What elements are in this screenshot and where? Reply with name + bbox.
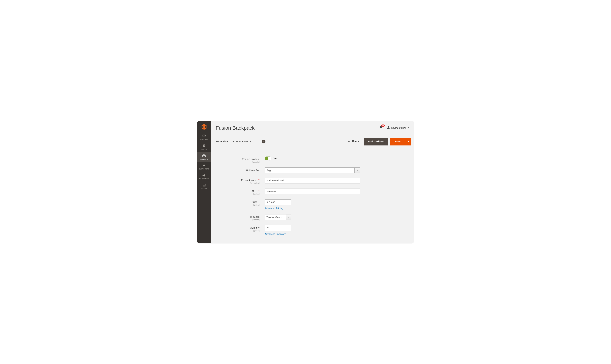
magento-logo[interactable] — [197, 122, 211, 132]
person-standing-icon — [202, 164, 206, 168]
nav-sales[interactable]: $ SALES — [197, 142, 211, 152]
row-sku: SKU* [global] — [218, 189, 407, 195]
chevron-down-icon — [407, 127, 409, 128]
main-area: Fusion Backpack 33 payment-user — [211, 121, 414, 243]
row-tax-class: Tax Class [website] Taxable Goods — [218, 214, 407, 221]
page-title: Fusion Backpack — [216, 125, 255, 131]
app-window: DASHBOARD $ SALES CATALOG CUSTOMERS MARK… — [197, 121, 414, 243]
tax-class-select[interactable]: Taxable Goods — [265, 214, 291, 220]
quantity-scope: [global] — [218, 230, 259, 232]
megaphone-icon — [202, 174, 206, 177]
nav-dashboard[interactable]: DASHBOARD — [197, 132, 211, 142]
tax-class-value: Taxable Goods — [266, 216, 282, 219]
save-button[interactable]: Save — [390, 138, 405, 145]
product-name-field-wrap — [265, 178, 360, 183]
nav-marketing-label: MARKETING — [199, 178, 209, 180]
price-input[interactable] — [269, 201, 289, 204]
account-name: payment-user — [391, 127, 406, 129]
attribute-set-dropdown-button[interactable] — [354, 168, 360, 173]
row-quantity: Quantity [global] Advanced Inventory — [218, 225, 407, 235]
currency-symbol: $ — [266, 201, 268, 204]
save-button-group: Save — [390, 138, 411, 145]
tax-class-label: Tax Class — [248, 215, 259, 218]
sku-input[interactable] — [266, 190, 358, 193]
nav-customers[interactable]: CUSTOMERS — [197, 162, 211, 171]
gauge-icon — [202, 134, 206, 138]
price-label: Price — [252, 200, 258, 203]
sidebar: DASHBOARD $ SALES CATALOG CUSTOMERS MARK… — [197, 121, 211, 243]
store-view-value: All Store Views — [232, 140, 248, 143]
notifications-button[interactable]: 33 — [379, 126, 382, 130]
nav-stores-label: STORES — [201, 188, 207, 190]
required-marker: * — [258, 179, 259, 182]
back-label: Back — [352, 140, 359, 143]
row-enable-product: Enable Product [website] Yes — [218, 156, 407, 163]
storefront-icon — [202, 183, 206, 187]
advanced-inventory-link[interactable]: Advanced Inventory — [265, 233, 286, 235]
store-view-select[interactable]: All Store Views — [232, 140, 251, 143]
person-icon — [387, 126, 390, 130]
required-marker: * — [258, 200, 259, 203]
row-price: Price* [global] $ Advanced Pricing — [218, 199, 407, 210]
toggle-knob — [268, 157, 271, 160]
nav-stores[interactable]: STORES — [197, 182, 211, 191]
attribute-set-label: Attribute Set — [245, 169, 259, 172]
quantity-field-wrap — [265, 225, 291, 231]
required-marker: * — [258, 190, 259, 193]
enable-product-toggle[interactable] — [265, 156, 272, 160]
header-right: 33 payment-user — [379, 126, 409, 130]
enable-product-scope: [website] — [218, 161, 259, 163]
nav-marketing[interactable]: MARKETING — [197, 171, 211, 182]
quantity-label: Quantity — [250, 226, 259, 229]
notification-badge: 33 — [381, 125, 385, 127]
arrow-left-icon: ← — [347, 140, 351, 143]
enable-product-label: Enable Product — [242, 157, 259, 160]
sku-field-wrap — [265, 189, 360, 194]
store-view-label: Store View: — [216, 140, 229, 143]
attribute-set-value: Bag — [266, 169, 271, 172]
back-button[interactable]: ← Back — [347, 140, 359, 143]
chevron-down-icon — [357, 170, 358, 171]
svg-point-1 — [204, 164, 204, 165]
nav-customers-label: CUSTOMERS — [199, 168, 209, 170]
chevron-down-icon — [407, 141, 409, 142]
nav-catalog-label: CATALOG — [200, 158, 208, 160]
product-name-scope: [store view] — [218, 182, 259, 184]
magento-logo-icon — [201, 124, 207, 130]
price-scope: [global] — [218, 204, 259, 206]
box-icon — [202, 154, 206, 157]
chevron-down-icon — [288, 217, 289, 218]
row-attribute-set: Attribute Set Bag — [218, 168, 407, 173]
page-header: Fusion Backpack 33 payment-user — [211, 121, 414, 135]
row-product-name: Product Name* [store view] — [218, 178, 407, 184]
sku-label: SKU — [252, 190, 258, 193]
dollar-icon: $ — [202, 144, 206, 148]
nav-dashboard-label: DASHBOARD — [199, 139, 209, 140]
chevron-down-icon — [250, 141, 251, 142]
svg-rect-0 — [204, 126, 204, 129]
tax-class-scope: [website] — [218, 219, 259, 221]
toolbar: Store View: All Store Views ? ← Back Add… — [211, 135, 414, 148]
enable-product-value: Yes — [273, 157, 278, 160]
product-name-label: Product Name — [241, 179, 258, 182]
product-form: Enable Product [website] Yes Attribute S… — [211, 148, 414, 240]
quantity-input[interactable] — [266, 227, 289, 229]
price-field-wrap: $ — [265, 199, 291, 205]
nav-catalog[interactable]: CATALOG — [197, 152, 211, 162]
product-name-input[interactable] — [266, 179, 358, 182]
svg-point-2 — [388, 126, 389, 128]
advanced-pricing-link[interactable]: Advanced Pricing — [265, 207, 283, 210]
save-dropdown-button[interactable] — [405, 138, 411, 145]
nav-sales-label: SALES — [202, 148, 207, 150]
attribute-set-select[interactable]: Bag — [265, 168, 360, 173]
tax-class-dropdown-button[interactable] — [286, 214, 291, 220]
add-attribute-button[interactable]: Add Attribute — [364, 138, 388, 145]
help-button[interactable]: ? — [262, 140, 265, 143]
question-icon: ? — [263, 140, 264, 143]
account-menu[interactable]: payment-user — [387, 126, 409, 130]
sku-scope: [global] — [218, 193, 259, 195]
